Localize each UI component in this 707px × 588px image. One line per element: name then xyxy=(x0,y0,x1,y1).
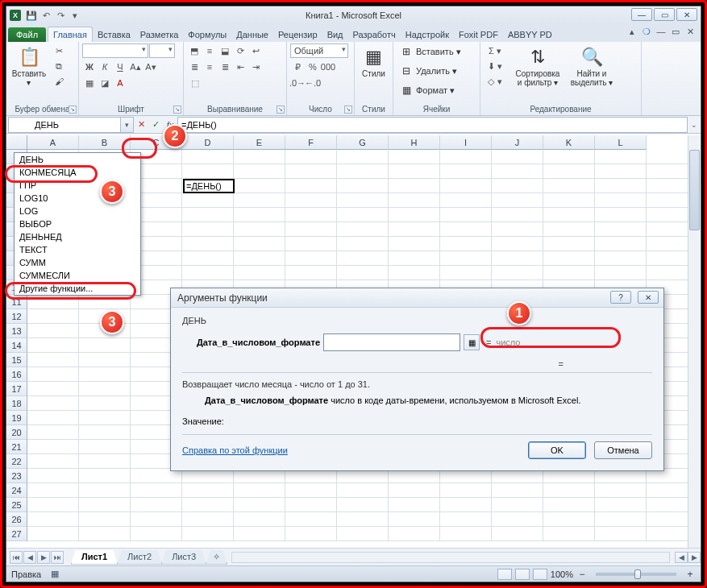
dialog-close-button[interactable]: ✕ xyxy=(638,291,659,304)
underline-button[interactable]: Ч xyxy=(113,60,127,74)
decrease-decimal-icon[interactable]: ←.0 xyxy=(306,76,320,90)
collapse-dialog-icon[interactable]: ▦ xyxy=(464,334,480,350)
col-header-K[interactable]: K xyxy=(543,135,595,150)
fn-dropdown-item[interactable]: ТЕКСТ xyxy=(15,243,140,256)
hscroll-right-icon[interactable]: ▶ xyxy=(688,552,701,563)
row-header-15[interactable]: 15 xyxy=(6,353,27,367)
increase-decimal-icon[interactable]: .0→ xyxy=(290,76,305,90)
fn-dropdown-item[interactable]: СУММ xyxy=(15,256,140,269)
align-left-icon[interactable]: ≣ xyxy=(187,60,202,74)
vertical-scroll-thumb[interactable] xyxy=(689,150,700,230)
sheet-tab-3[interactable]: Лист3 xyxy=(161,550,206,565)
paste-button[interactable]: 📋 Вставить▾ xyxy=(10,43,48,89)
arg-input[interactable] xyxy=(323,333,460,351)
col-header-E[interactable]: E xyxy=(234,135,285,150)
fill-color-icon[interactable]: ◪ xyxy=(98,76,112,90)
sheet-nav-last-icon[interactable]: ⏭ xyxy=(51,551,64,564)
comma-icon[interactable]: 000 xyxy=(321,60,335,74)
align-middle-icon[interactable]: ≡ xyxy=(202,43,217,58)
fn-dropdown-item[interactable]: ДЕНЬНЕД xyxy=(15,230,140,243)
dialog-titlebar[interactable]: Аргументы функции ? ✕ xyxy=(171,288,663,308)
copy-icon[interactable]: ⧉ xyxy=(52,59,66,73)
row-header-17[interactable]: 17 xyxy=(6,382,27,396)
name-box[interactable]: ДЕНЬ ▾ xyxy=(8,117,134,133)
view-layout-icon[interactable] xyxy=(515,569,530,580)
row-header-11[interactable]: 11 xyxy=(6,295,27,309)
find-select-button[interactable]: 🔍 Найти и выделить ▾ xyxy=(568,43,616,89)
clear-button[interactable]: ◇ ▾ xyxy=(484,74,506,89)
doc-minimize-icon[interactable]: — xyxy=(655,26,667,37)
zoom-slider-thumb[interactable] xyxy=(634,569,641,579)
hscroll-left-icon[interactable]: ◀ xyxy=(675,552,688,563)
formula-input[interactable]: =ДЕНЬ() xyxy=(177,117,688,133)
format-painter-icon[interactable]: 🖌 xyxy=(52,74,66,89)
tab-abbyy[interactable]: ABBYY PD xyxy=(503,27,557,42)
font-size-combo[interactable] xyxy=(149,43,175,58)
row-header-21[interactable]: 21 xyxy=(6,440,27,454)
dialog-help-button[interactable]: ? xyxy=(610,291,631,304)
doc-restore-icon[interactable]: ▭ xyxy=(670,26,681,37)
new-sheet-button[interactable]: ✧ xyxy=(206,550,227,565)
orientation-icon[interactable]: ⟳ xyxy=(233,43,247,58)
sheet-nav-next-icon[interactable]: ▶ xyxy=(37,551,50,564)
qat-customize-icon[interactable]: ▾ xyxy=(69,9,81,22)
vertical-scrollbar[interactable] xyxy=(688,135,701,548)
align-top-icon[interactable]: ⬒ xyxy=(187,43,202,58)
tab-formulas[interactable]: Формулы xyxy=(183,27,231,42)
row-header-12[interactable]: 12 xyxy=(6,309,27,324)
autosum-button[interactable]: Σ ▾ xyxy=(484,43,506,58)
col-header-L[interactable]: L xyxy=(595,135,647,150)
name-box-dropdown-icon[interactable]: ▾ xyxy=(120,118,133,132)
row-header-14[interactable]: 14 xyxy=(6,338,27,353)
tab-home[interactable]: Главная xyxy=(48,27,93,42)
tab-layout[interactable]: Разметка xyxy=(135,27,184,42)
font-launcher-icon[interactable]: ↘ xyxy=(173,106,181,114)
format-cells-button[interactable]: ▦Формат ▾ xyxy=(397,82,458,98)
row-header-26[interactable]: 26 xyxy=(6,512,27,527)
row-header-24[interactable]: 24 xyxy=(6,483,27,498)
merge-button[interactable]: ⬚ xyxy=(187,76,203,90)
row-header-27[interactable]: 27 xyxy=(6,527,27,541)
close-button[interactable]: ✕ xyxy=(676,8,697,21)
tab-review[interactable]: Рецензир xyxy=(273,27,322,42)
restore-button[interactable]: ▭ xyxy=(654,8,675,21)
view-normal-icon[interactable] xyxy=(497,569,512,580)
select-all-corner[interactable] xyxy=(6,135,27,150)
tab-foxit[interactable]: Foxit PDF xyxy=(454,27,503,42)
row-header-20[interactable]: 20 xyxy=(6,425,27,440)
align-launcher-icon[interactable]: ↘ xyxy=(277,106,285,114)
fill-button[interactable]: ⬇ ▾ xyxy=(484,59,506,73)
align-right-icon[interactable]: ≣ xyxy=(218,60,232,74)
view-pagebreak-icon[interactable] xyxy=(533,569,547,580)
row-header-25[interactable]: 25 xyxy=(6,498,27,512)
sheet-tab-2[interactable]: Лист2 xyxy=(117,550,162,565)
col-header-G[interactable]: G xyxy=(337,135,389,150)
row-header-19[interactable]: 19 xyxy=(6,411,27,425)
percent-icon[interactable]: % xyxy=(306,60,320,74)
fn-dropdown-item[interactable]: ДЕНЬ xyxy=(15,153,140,166)
shrink-font-icon[interactable]: A▾ xyxy=(143,60,158,74)
tab-addins[interactable]: Надстройк xyxy=(401,27,454,42)
sheet-tab-1[interactable]: Лист1 xyxy=(71,550,118,565)
qat-save-icon[interactable]: 💾 xyxy=(25,9,38,22)
expand-formula-bar-icon[interactable]: ⌄ xyxy=(689,118,699,131)
sort-filter-button[interactable]: ⇅ Сортировка и фильтр ▾ xyxy=(511,43,564,89)
zoom-out-button[interactable]: − xyxy=(576,569,588,580)
cancel-formula-icon[interactable]: ✕ xyxy=(134,118,148,132)
help-icon[interactable]: ❍ xyxy=(641,26,652,37)
font-color-icon[interactable]: A xyxy=(113,76,127,90)
enter-formula-icon[interactable]: ✓ xyxy=(148,118,163,132)
italic-button[interactable]: К xyxy=(98,60,112,74)
sheet-nav-prev-icon[interactable]: ◀ xyxy=(23,551,36,564)
border-icon[interactable]: ▦ xyxy=(82,76,97,90)
sheet-nav-first-icon[interactable]: ⏮ xyxy=(10,551,23,564)
number-launcher-icon[interactable]: ↘ xyxy=(344,106,352,114)
font-name-combo[interactable] xyxy=(82,43,148,58)
ok-button[interactable]: OK xyxy=(528,441,586,459)
tab-file[interactable]: Файл xyxy=(8,27,46,42)
macro-record-icon[interactable]: ▦ xyxy=(49,569,60,580)
col-header-J[interactable]: J xyxy=(492,135,543,150)
zoom-in-button[interactable]: + xyxy=(684,569,696,580)
help-link[interactable]: Справка по этой функции xyxy=(182,445,288,455)
cut-icon[interactable]: ✂ xyxy=(52,43,66,58)
